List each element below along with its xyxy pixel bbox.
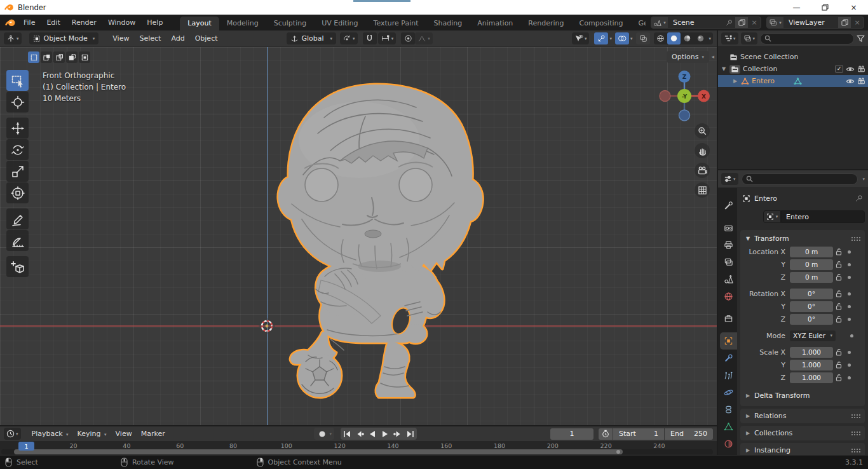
lock-icon[interactable] <box>833 261 844 268</box>
viewport-menu-view[interactable]: View <box>107 32 134 44</box>
tab-layout[interactable]: Layout <box>180 17 219 31</box>
animate-dot[interactable] <box>844 292 853 296</box>
tab-shading[interactable]: Shading <box>426 17 470 31</box>
proportional-edit-icon[interactable] <box>401 32 415 44</box>
animate-dot[interactable] <box>844 305 853 308</box>
record-button[interactable] <box>316 430 328 438</box>
xray-toggle[interactable] <box>636 32 650 44</box>
properties-tab-constraints[interactable] <box>720 401 737 418</box>
properties-tab-tool[interactable] <box>720 197 737 214</box>
value-field[interactable]: 0° <box>790 301 833 312</box>
object-label[interactable]: Entero <box>752 77 775 85</box>
viewport-menu-add[interactable]: Add <box>166 32 189 44</box>
rotation-mode-dropdown[interactable]: XYZ Euler▾ <box>790 330 836 341</box>
tab-rendering[interactable]: Rendering <box>520 17 571 31</box>
gizmo-dropdown-caret[interactable]: ▾ <box>609 36 612 41</box>
shading-dropdown-caret[interactable]: ▾ <box>709 36 711 41</box>
tool-move[interactable] <box>6 118 29 139</box>
properties-tab-modifiers[interactable] <box>720 350 737 367</box>
editor-type-selector[interactable]: ▾ <box>4 32 22 44</box>
object-name-input[interactable]: Entero <box>781 210 865 223</box>
toggle-orthographic-icon[interactable] <box>695 182 710 198</box>
prev-key-button[interactable] <box>353 428 366 440</box>
value-field[interactable]: 0° <box>790 289 833 299</box>
outliner-editor-type-selector[interactable]: ▾ <box>721 32 738 44</box>
delta-transform-panel-header[interactable]: ▶ Delta Transform <box>740 389 865 402</box>
lock-icon[interactable] <box>833 361 844 369</box>
hide-eye-icon[interactable] <box>846 66 855 72</box>
tool-add-cube[interactable] <box>6 256 29 277</box>
outliner[interactable]: ▾ ▾ <box>718 31 868 170</box>
transform-orientation-selector[interactable]: Global▾ <box>287 32 337 44</box>
properties-tab-collection[interactable] <box>720 310 737 327</box>
outliner-search-input[interactable] <box>760 33 854 44</box>
remove-view-layer-icon[interactable]: × <box>851 17 864 28</box>
outliner-row-collection[interactable]: ▼ Collection ✓ <box>718 63 868 75</box>
disable-render-camera-icon[interactable] <box>857 65 865 72</box>
menu-help[interactable]: Help <box>141 17 168 29</box>
scene-name[interactable]: Scene <box>668 18 722 27</box>
start-frame-field[interactable]: Start1 <box>613 428 664 440</box>
options-button[interactable]: Options▾ <box>667 51 709 63</box>
minimize-button[interactable]: — <box>782 0 811 15</box>
falloff-selector[interactable]: ▾ <box>415 32 433 44</box>
lock-icon[interactable] <box>833 290 844 297</box>
snap-target-selector[interactable]: ▾ <box>378 32 397 44</box>
menu-file[interactable]: File <box>18 17 41 29</box>
value-field[interactable]: 0 m <box>790 259 833 270</box>
select-mode-intersect[interactable] <box>79 51 90 63</box>
panel-grip[interactable] <box>851 236 860 241</box>
tool-select-box[interactable] <box>6 70 29 91</box>
animate-dot[interactable] <box>844 351 853 354</box>
shading-material-button[interactable] <box>681 32 694 44</box>
properties-tab-view-layer[interactable] <box>720 254 737 271</box>
object-type-icon[interactable]: ▾ <box>763 210 781 223</box>
tab-sculpting[interactable]: Sculpting <box>266 17 314 31</box>
new-scene-icon[interactable] <box>735 17 748 28</box>
select-mode-extend[interactable] <box>41 51 52 63</box>
pivot-point-selector[interactable]: ▾ <box>340 32 358 44</box>
scene-icon[interactable]: ▾ <box>651 17 668 28</box>
value-field[interactable]: 0° <box>790 314 833 325</box>
viewport-menu-object[interactable]: Object <box>190 32 223 44</box>
scene-collection-label[interactable]: Scene Collection <box>740 53 798 61</box>
tab-compositing[interactable]: Compositing <box>572 17 631 31</box>
tool-annotate[interactable] <box>6 208 29 229</box>
tool-rotate[interactable] <box>6 139 29 160</box>
camera-view-icon[interactable] <box>695 163 710 178</box>
menu-window[interactable]: Window <box>102 17 141 29</box>
properties-tab-render[interactable] <box>720 219 737 236</box>
select-mode-new[interactable] <box>28 51 39 63</box>
shading-wireframe-button[interactable] <box>654 32 667 44</box>
model-entero[interactable] <box>264 79 489 400</box>
menu-render[interactable]: Render <box>66 17 102 29</box>
select-mode-invert[interactable] <box>66 51 78 63</box>
next-key-button[interactable] <box>391 428 404 440</box>
properties-editor[interactable]: ▾ ▾ Entero <box>718 170 868 455</box>
pin-icon[interactable] <box>855 194 863 202</box>
pan-view-icon[interactable] <box>695 143 710 158</box>
value-field[interactable]: 0 m <box>790 247 833 257</box>
region-collapse-icon[interactable]: ◂ <box>711 53 714 60</box>
filter-icon[interactable] <box>857 34 865 43</box>
expand-icon[interactable]: ▶ <box>732 78 738 84</box>
properties-tab-output[interactable] <box>720 236 737 254</box>
show-gizmo-toggle[interactable] <box>594 32 608 44</box>
value-field[interactable]: 0 m <box>790 272 833 283</box>
value-field[interactable]: 1.000 <box>790 360 833 370</box>
jump-start-button[interactable] <box>341 428 353 440</box>
lock-icon[interactable] <box>833 348 844 356</box>
animate-dot[interactable] <box>844 250 853 254</box>
value-field[interactable]: 1.000 <box>790 347 833 358</box>
menu-edit[interactable]: Edit <box>41 17 65 29</box>
use-preview-range-icon[interactable] <box>599 428 613 440</box>
unlink-scene-icon[interactable]: × <box>748 17 761 28</box>
properties-options-caret[interactable]: ▾ <box>862 177 865 182</box>
new-view-layer-icon[interactable] <box>838 17 851 28</box>
animate-dot[interactable] <box>844 276 853 279</box>
animate-dot[interactable] <box>847 334 856 337</box>
close-button[interactable]: × <box>839 0 868 15</box>
properties-tab-particles[interactable] <box>720 367 737 384</box>
timeline-scrollbar[interactable] <box>1 449 713 454</box>
expand-icon[interactable]: ▼ <box>721 66 727 72</box>
